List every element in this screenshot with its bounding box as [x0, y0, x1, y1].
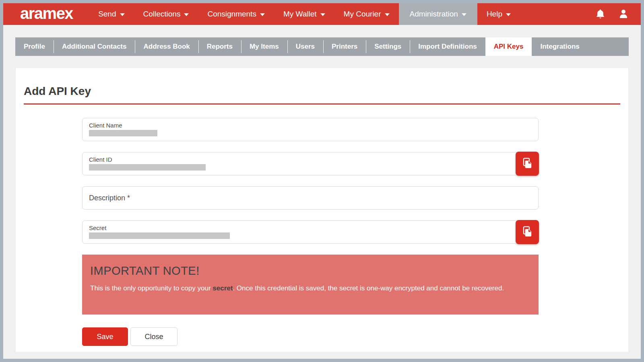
- copy-secret-button[interactable]: [516, 220, 539, 244]
- nav-item-label: Send: [98, 10, 116, 19]
- tab-settings[interactable]: Settings: [366, 37, 410, 56]
- chevron-down-icon: [506, 13, 511, 16]
- note-secret-highlight: secret: [213, 284, 233, 292]
- tab-users[interactable]: Users: [287, 37, 323, 56]
- title-underline: [24, 103, 620, 105]
- tab-profile[interactable]: Profile: [15, 37, 54, 56]
- description-field[interactable]: Description *: [82, 186, 539, 210]
- nav-item-label: Collections: [143, 10, 181, 19]
- tab-address-book[interactable]: Address Book: [135, 37, 198, 56]
- tab-label: My Items: [250, 43, 279, 51]
- top-nav-right: [595, 3, 641, 25]
- secret-label: Secret: [89, 224, 532, 231]
- client-name-redacted-value: [89, 130, 157, 136]
- chevron-down-icon: [462, 13, 466, 16]
- nav-item-help[interactable]: Help: [477, 3, 520, 25]
- nav-item-label: My Wallet: [283, 10, 317, 19]
- top-nav: aramex Send Collections Consignments My …: [3, 3, 641, 25]
- top-nav-menu: Send Collections Consignments My Wallet …: [89, 3, 520, 25]
- nav-item-my-courier[interactable]: My Courier: [334, 3, 399, 25]
- form-actions: Save Close: [82, 327, 628, 346]
- nav-item-my-wallet[interactable]: My Wallet: [274, 3, 334, 25]
- nav-item-consignments[interactable]: Consignments: [198, 3, 274, 25]
- chevron-down-icon: [184, 13, 189, 16]
- client-id-label: Client ID: [89, 156, 532, 163]
- copy-icon: [521, 225, 534, 239]
- tab-my-items[interactable]: My Items: [241, 37, 287, 56]
- tab-label: Reports: [207, 43, 233, 51]
- tab-label: Settings: [374, 43, 401, 51]
- content-card: Add API Key Client Name Client ID: [15, 68, 629, 352]
- tab-import-definitions[interactable]: Import Definitions: [410, 37, 485, 56]
- tab-reports[interactable]: Reports: [198, 37, 241, 56]
- app-window: aramex Send Collections Consignments My …: [3, 3, 641, 359]
- nav-item-send[interactable]: Send: [89, 3, 134, 25]
- notifications-bell-icon[interactable]: [595, 9, 605, 19]
- description-placeholder: Description *: [89, 194, 130, 202]
- save-button[interactable]: Save: [82, 327, 128, 346]
- admin-tab-bar: Profile Additional Contacts Address Book…: [15, 37, 629, 56]
- client-name-label: Client Name: [89, 122, 532, 129]
- tab-label: Additional Contacts: [62, 43, 127, 51]
- tab-label: Address Book: [143, 43, 190, 51]
- nav-item-label: Administration: [410, 10, 458, 19]
- aramex-logo[interactable]: aramex: [3, 3, 89, 24]
- note-body-suffix: . Once this credential is saved, the sec…: [233, 284, 504, 292]
- client-id-field[interactable]: Client ID: [82, 152, 539, 175]
- copy-icon: [521, 157, 534, 171]
- important-note-body: This is the only opportunity to copy you…: [90, 283, 517, 294]
- client-name-field[interactable]: Client Name: [82, 118, 539, 141]
- tab-label: Integrations: [540, 43, 579, 51]
- page-title: Add API Key: [16, 68, 628, 98]
- chevron-down-icon: [385, 13, 390, 16]
- chevron-down-icon: [320, 13, 325, 16]
- tab-label: API Keys: [494, 43, 524, 51]
- nav-item-label: Consignments: [207, 10, 256, 19]
- close-button[interactable]: Close: [130, 327, 178, 346]
- tab-label: Users: [296, 43, 315, 51]
- nav-item-administration[interactable]: Administration: [399, 3, 477, 25]
- secret-field[interactable]: Secret: [82, 220, 539, 244]
- tab-printers[interactable]: Printers: [323, 37, 366, 56]
- api-key-form: Client Name Client ID: [82, 118, 539, 244]
- copy-client-id-button[interactable]: [516, 152, 539, 176]
- tab-integrations[interactable]: Integrations: [532, 37, 588, 56]
- tab-api-keys[interactable]: API Keys: [485, 37, 532, 56]
- tab-additional-contacts[interactable]: Additional Contacts: [54, 37, 135, 56]
- nav-item-label: Help: [487, 10, 502, 19]
- note-body-prefix: This is the only opportunity to copy you…: [90, 284, 213, 292]
- user-account-icon[interactable]: [618, 9, 629, 19]
- important-note-banner: IMPORTANT NOTE! This is the only opportu…: [82, 255, 539, 315]
- tab-label: Import Definitions: [418, 43, 477, 51]
- chevron-down-icon: [260, 13, 265, 16]
- nav-item-label: My Courier: [344, 10, 381, 19]
- tab-label: Printers: [332, 43, 357, 51]
- chevron-down-icon: [120, 13, 125, 16]
- secret-redacted-value: [89, 232, 230, 239]
- important-note-title: IMPORTANT NOTE!: [90, 264, 529, 278]
- client-id-redacted-value: [89, 164, 206, 171]
- tab-label: Profile: [24, 43, 45, 51]
- nav-item-collections[interactable]: Collections: [134, 3, 198, 25]
